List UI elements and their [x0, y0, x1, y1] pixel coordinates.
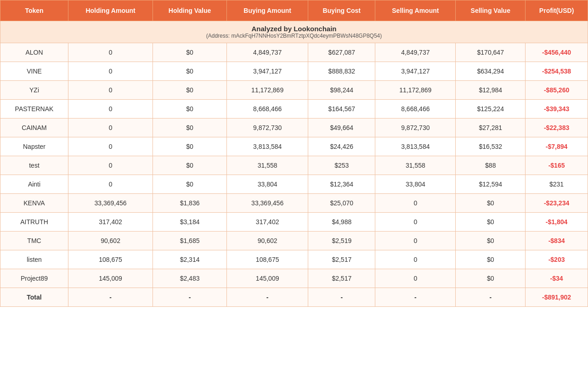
cell-buying-cost: $627,087	[308, 43, 375, 62]
cell-buying-cost: $25,070	[308, 194, 375, 213]
table-row: listen108,675$2,314108,675$2,5170$0-$203	[0, 250, 588, 269]
cell-buying-cost: $888,832	[308, 62, 375, 81]
cell-holding-value: $0	[153, 137, 227, 156]
cell-selling-amount: 3,813,584	[375, 137, 456, 156]
cell-selling-value: $0	[456, 232, 526, 250]
cell-selling-amount: 11,172,869	[375, 81, 456, 100]
main-table: Token Holding Amount Holding Value Buyin…	[0, 0, 588, 307]
cell-token: test	[0, 156, 68, 175]
cell-buying-amount: 11,172,869	[227, 81, 308, 100]
cell-selling-value: $170,647	[456, 43, 526, 62]
cell-holding-amount: 0	[68, 119, 153, 137]
cell-selling-value: $88	[456, 156, 526, 175]
table-row: KENVA33,369,456$1,83633,369,456$25,0700$…	[0, 194, 588, 213]
cell-token: ALON	[0, 43, 68, 62]
cell-holding-amount: 90,602	[68, 232, 153, 250]
cell-token: YZi	[0, 81, 68, 100]
cell-selling-value: $0	[456, 194, 526, 213]
analyzed-title: Analyzed by Lookonchain	[2, 25, 586, 33]
cell-buying-amount: 33,369,456	[227, 194, 308, 213]
table-row: Napster0$03,813,584$24,4263,813,584$16,5…	[0, 137, 588, 156]
cell-selling-value: $27,281	[456, 119, 526, 137]
analyzed-cell: Analyzed by Lookonchain (Address: mAckFq…	[0, 21, 588, 43]
table-row: ALON0$04,849,737$627,0874,849,737$170,64…	[0, 43, 588, 62]
col-selling-amount: Selling Amount	[375, 0, 456, 21]
cell-buying-amount: 4,849,737	[227, 43, 308, 62]
cell-selling-value: $0	[456, 250, 526, 269]
cell-profit: $231	[526, 175, 588, 194]
col-holding-value: Holding Value	[153, 0, 227, 21]
cell-holding-value: $0	[153, 156, 227, 175]
cell-profit: -$34	[526, 269, 588, 288]
cell-holding-amount: 0	[68, 62, 153, 81]
table-row: AITRUTH317,402$3,184317,402$4,9880$0-$1,…	[0, 213, 588, 232]
cell-buying-cost: $253	[308, 156, 375, 175]
total-row: Total-------$891,902	[0, 288, 588, 307]
col-selling-value: Selling Value	[456, 0, 526, 21]
col-profit: Profit(USD)	[526, 0, 588, 21]
cell-selling-value: $125,224	[456, 100, 526, 119]
cell-profit: -$22,383	[526, 119, 588, 137]
cell-token: VINE	[0, 62, 68, 81]
cell-selling-amount: 0	[375, 213, 456, 232]
cell-profit: -$254,538	[526, 62, 588, 81]
cell-selling-value: $16,532	[456, 137, 526, 156]
cell-selling-amount: 31,558	[375, 156, 456, 175]
cell-selling-value: $634,294	[456, 62, 526, 81]
total-dash: -	[456, 288, 526, 307]
cell-profit: -$23,234	[526, 194, 588, 213]
cell-profit: -$7,894	[526, 137, 588, 156]
cell-selling-amount: 0	[375, 194, 456, 213]
cell-buying-amount: 3,813,584	[227, 137, 308, 156]
cell-holding-amount: 108,675	[68, 250, 153, 269]
cell-profit: -$165	[526, 156, 588, 175]
col-holding-amount: Holding Amount	[68, 0, 153, 21]
cell-token: Project89	[0, 269, 68, 288]
total-dash: -	[153, 288, 227, 307]
cell-buying-amount: 3,947,127	[227, 62, 308, 81]
cell-selling-amount: 8,668,466	[375, 100, 456, 119]
cell-profit: -$85,260	[526, 81, 588, 100]
cell-selling-amount: 4,849,737	[375, 43, 456, 62]
cell-buying-cost: $4,988	[308, 213, 375, 232]
cell-selling-value: $12,594	[456, 175, 526, 194]
cell-holding-value: $0	[153, 81, 227, 100]
table-row: test0$031,558$25331,558$88-$165	[0, 156, 588, 175]
table-row: Project89145,009$2,483145,009$2,5170$0-$…	[0, 269, 588, 288]
total-dash: -	[308, 288, 375, 307]
cell-selling-amount: 33,804	[375, 175, 456, 194]
cell-holding-amount: 0	[68, 100, 153, 119]
cell-holding-value: $0	[153, 100, 227, 119]
cell-buying-cost: $24,426	[308, 137, 375, 156]
cell-token: CAINAM	[0, 119, 68, 137]
cell-holding-value: $0	[153, 62, 227, 81]
cell-holding-value: $0	[153, 175, 227, 194]
cell-holding-value: $3,184	[153, 213, 227, 232]
cell-profit: -$39,343	[526, 100, 588, 119]
table-wrapper: Token Holding Amount Holding Value Buyin…	[0, 0, 588, 307]
cell-holding-value: $2,314	[153, 250, 227, 269]
cell-holding-amount: 145,009	[68, 269, 153, 288]
cell-token: Ainti	[0, 175, 68, 194]
cell-buying-cost: $2,517	[308, 250, 375, 269]
cell-selling-value: $0	[456, 269, 526, 288]
table-row: CAINAM0$09,872,730$49,6649,872,730$27,28…	[0, 119, 588, 137]
cell-buying-cost: $2,517	[308, 269, 375, 288]
cell-holding-amount: 0	[68, 175, 153, 194]
cell-holding-value: $2,483	[153, 269, 227, 288]
cell-buying-amount: 90,602	[227, 232, 308, 250]
cell-selling-amount: 0	[375, 232, 456, 250]
cell-buying-amount: 8,668,466	[227, 100, 308, 119]
header-row: Token Holding Amount Holding Value Buyin…	[0, 0, 588, 21]
cell-holding-amount: 0	[68, 137, 153, 156]
table-row: Ainti0$033,804$12,36433,804$12,594$231	[0, 175, 588, 194]
cell-buying-amount: 31,558	[227, 156, 308, 175]
cell-token: KENVA	[0, 194, 68, 213]
cell-buying-cost: $98,244	[308, 81, 375, 100]
cell-holding-value: $0	[153, 119, 227, 137]
table-row: YZi0$011,172,869$98,24411,172,869$12,984…	[0, 81, 588, 100]
total-dash: -	[68, 288, 153, 307]
cell-buying-amount: 33,804	[227, 175, 308, 194]
total-dash: -	[375, 288, 456, 307]
cell-buying-amount: 317,402	[227, 213, 308, 232]
